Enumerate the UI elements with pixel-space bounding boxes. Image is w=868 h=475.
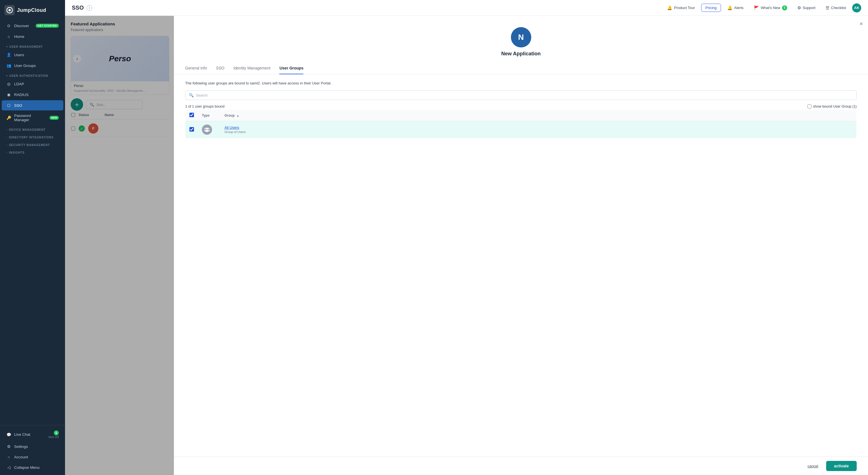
content-area: Featured Applications Featured applicati… xyxy=(65,16,868,475)
sidebar: JumpCloud ⊙ Discover GET STARTED ⌂ Home … xyxy=(0,0,65,475)
get-started-badge: GET STARTED xyxy=(36,24,59,28)
group-name-link[interactable]: All Users xyxy=(224,125,246,130)
sidebar-discover-label: Discover xyxy=(14,24,29,28)
whats-new-button[interactable]: 🚩 What's New 5 xyxy=(750,4,791,12)
search-icon: 🔍 xyxy=(189,93,194,97)
svg-point-7 xyxy=(204,130,206,132)
th-checkbox xyxy=(185,110,198,121)
account-icon: ○ xyxy=(6,454,11,460)
info-icon[interactable]: i xyxy=(87,5,92,11)
sidebar-section-security[interactable]: › SECURITY MANAGEMENT xyxy=(0,140,65,148)
checklist-icon: ☰ xyxy=(826,5,829,10)
pricing-button[interactable]: Pricing xyxy=(701,4,721,12)
chevron-right-icon-device: › xyxy=(6,129,7,131)
collapse-icon: ◁ xyxy=(6,465,11,470)
flag-icon: 🚩 xyxy=(754,5,759,10)
product-tour-button[interactable]: 🔔 Product Tour xyxy=(663,4,699,12)
modal-description: The following user groups are bound to s… xyxy=(185,81,857,85)
modal-tabs: General Info SSO Identity Management Use… xyxy=(174,62,868,74)
chevron-right-icon-sec: › xyxy=(6,144,7,146)
row-checkbox-0[interactable] xyxy=(189,127,194,132)
compass-icon: ⊙ xyxy=(6,23,11,28)
jumpcloud-logo-icon xyxy=(4,5,15,15)
chat-icon: 💬 xyxy=(6,432,11,437)
chevron-right-icon-ins: › xyxy=(6,151,7,154)
sidebar-item-radius[interactable]: ◉ RADIUS xyxy=(2,90,63,100)
sidebar-item-sso[interactable]: ⬡ SSO xyxy=(2,100,63,110)
ug-info-row: 1 of 1 user groups bound show bound User… xyxy=(185,104,857,108)
live-chat-days: days left xyxy=(48,436,59,439)
chevron-right-icon-dir: › xyxy=(6,136,7,139)
modal-footer: cancel activate xyxy=(174,456,868,475)
sidebar-home-label: Home xyxy=(14,34,24,39)
sidebar-section-user-management[interactable]: ▾ USER MANAGEMENT xyxy=(0,42,65,49)
sidebar-section-user-auth[interactable]: ▾ USER AUTHENTICATION xyxy=(0,71,65,78)
sidebar-item-settings[interactable]: ⚙ Settings xyxy=(2,441,63,451)
row-group-cell: All Users Group of Users xyxy=(220,121,857,138)
sort-arrow-icon: ▲ xyxy=(236,114,239,117)
sidebar-item-home[interactable]: ⌂ Home xyxy=(2,31,63,41)
sso-icon: ⬡ xyxy=(6,103,11,108)
ldap-icon: ◎ xyxy=(6,81,11,87)
page-title: SSO i xyxy=(72,4,92,11)
user-group-search[interactable]: 🔍 xyxy=(185,90,857,100)
sidebar-item-account[interactable]: ○ Account xyxy=(2,452,63,462)
support-icon: ⚙ xyxy=(797,5,801,10)
select-all-ug-checkbox[interactable] xyxy=(189,113,194,117)
user-groups-icon: 👥 xyxy=(6,63,11,68)
avatar[interactable]: AK xyxy=(852,3,861,12)
chevron-down-icon: ▾ xyxy=(6,45,8,48)
activate-button[interactable]: activate xyxy=(826,461,857,471)
sidebar-item-discover[interactable]: ⊙ Discover GET STARTED xyxy=(2,21,63,31)
th-type[interactable]: Type xyxy=(198,110,220,121)
tab-general-info[interactable]: General Info xyxy=(185,62,207,74)
alerts-button[interactable]: 🔔 Alerts xyxy=(723,4,748,12)
svg-point-2 xyxy=(206,128,208,130)
sidebar-item-users[interactable]: 👤 Users xyxy=(2,50,63,60)
modal-body: The following user groups are bound to s… xyxy=(174,74,868,456)
th-group[interactable]: Group ▲ xyxy=(220,110,857,121)
logo[interactable]: JumpCloud xyxy=(0,0,65,20)
sidebar-section-dir-int[interactable]: › DIRECTORY INTEGRATIONS xyxy=(0,132,65,140)
row-checkbox-cell xyxy=(185,121,198,138)
sidebar-item-collapse[interactable]: ◁ Collapse Menu xyxy=(2,462,63,472)
alerts-bell-icon: 🔔 xyxy=(727,5,733,10)
main-content: SSO i 🔔 Product Tour Pricing 🔔 Alerts 🚩 … xyxy=(65,0,868,475)
tab-identity-management[interactable]: Identity Management xyxy=(234,62,271,74)
sidebar-item-ldap[interactable]: ◎ LDAP xyxy=(2,79,63,89)
sidebar-section-device-mgmt[interactable]: › DEVICE MANAGEMENT xyxy=(0,125,65,132)
group-name-cell: All Users Group of Users xyxy=(224,125,852,134)
show-bound-label: show bound User Group (1) xyxy=(813,104,857,108)
sidebar-section-insights[interactable]: › INSIGHTS xyxy=(0,148,65,155)
settings-icon: ⚙ xyxy=(6,444,11,449)
home-icon: ⌂ xyxy=(6,34,11,39)
search-input[interactable] xyxy=(196,93,853,97)
sidebar-item-password-manager[interactable]: 🔑 Password Manager NEW xyxy=(2,111,63,125)
sidebar-item-user-groups[interactable]: 👥 User Groups xyxy=(2,61,63,71)
table-header-row: Type Group ▲ xyxy=(185,110,857,121)
row-type-cell xyxy=(198,121,220,138)
sidebar-item-live-chat[interactable]: 💬 Live Chat 6 days left xyxy=(2,428,63,441)
table-row[interactable]: All Users Group of Users xyxy=(185,121,857,138)
password-icon: 🔑 xyxy=(6,115,11,120)
tab-sso[interactable]: SSO xyxy=(216,62,224,74)
radius-icon: ◉ xyxy=(6,92,11,97)
svg-point-4 xyxy=(208,128,210,130)
close-button[interactable]: × xyxy=(860,21,863,27)
new-application-modal: × N New Application General Info SSO Ide… xyxy=(174,16,868,475)
svg-point-5 xyxy=(208,130,210,132)
modal-overlay: × N New Application General Info SSO Ide… xyxy=(65,16,868,475)
checklist-button[interactable]: ☰ Checklist xyxy=(822,4,850,12)
svg-point-6 xyxy=(205,128,206,130)
show-bound-checkbox[interactable] xyxy=(807,104,811,108)
bell-icon: 🔔 xyxy=(667,5,672,10)
top-nav: SSO i 🔔 Product Tour Pricing 🔔 Alerts 🚩 … xyxy=(65,0,868,16)
group-subtext: Group of Users xyxy=(224,130,246,134)
logo-text: JumpCloud xyxy=(17,7,46,13)
chevron-down-icon-auth: ▾ xyxy=(6,74,8,77)
support-button[interactable]: ⚙ Support xyxy=(793,4,820,12)
modal-app-header: N New Application xyxy=(174,16,868,62)
modal-app-icon: N xyxy=(511,27,531,47)
tab-user-groups[interactable]: User Groups xyxy=(279,62,303,74)
cancel-button[interactable]: cancel xyxy=(803,462,823,471)
